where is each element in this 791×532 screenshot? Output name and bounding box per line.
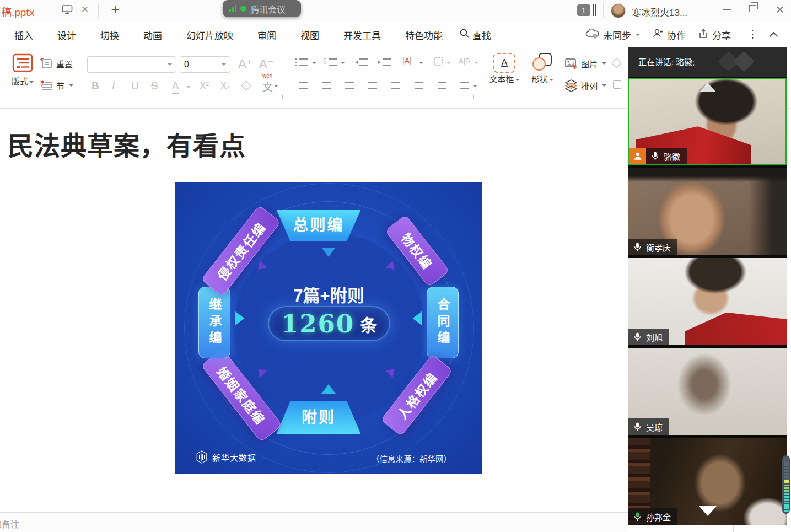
share-button[interactable]: 分享	[698, 28, 731, 42]
underline-button[interactable]: U	[131, 77, 139, 95]
caret-down-icon	[274, 85, 278, 87]
superscript-button[interactable]: X²	[200, 77, 209, 95]
mic-icon	[633, 332, 642, 342]
decrease-indent-icon[interactable]	[359, 58, 368, 66]
group-expand-corner[interactable]	[470, 95, 474, 99]
phonetic-guide-button[interactable]: wén 文	[262, 77, 278, 95]
font-color-button[interactable]: A	[172, 79, 179, 94]
sync-status-button[interactable]: 未同步	[585, 28, 640, 42]
participant-nameplate: 骆徽	[629, 148, 687, 164]
tab-special-features[interactable]: 特色功能	[405, 28, 443, 42]
shapes-label: 形状	[531, 74, 548, 84]
increase-font-button[interactable]: A⁺	[238, 55, 252, 73]
menu-right-cluster: 未同步 协作 分享	[585, 21, 731, 49]
line-spacing-up-icon[interactable]	[415, 82, 423, 89]
tab-insert[interactable]: 插入	[14, 28, 33, 42]
articles-count: 1260	[281, 309, 354, 338]
window-restore-button[interactable]	[749, 5, 756, 12]
mic-icon	[651, 151, 659, 162]
caret-down-icon	[474, 62, 478, 64]
user-name[interactable]: 寒冰烈火13...	[632, 5, 687, 19]
tab-slideshow[interactable]: 幻灯片放映	[186, 28, 233, 42]
char-spacing-icon[interactable]: A|B	[459, 57, 470, 65]
tab-close-icon[interactable]: ×	[79, 2, 91, 17]
bold-button[interactable]: B	[92, 77, 99, 95]
arrange-button[interactable]: 排列	[564, 79, 606, 92]
text-direction-icon[interactable]: |A|	[402, 56, 412, 65]
tencent-meeting-panel[interactable]: 正在讲话: 骆徽; 骆徽 衡孝庆	[628, 47, 787, 524]
font-size-combobox[interactable]: 0	[180, 56, 230, 73]
notes-pane[interactable]: 加备注	[0, 512, 628, 532]
scroll-up-arrow-icon[interactable]	[699, 83, 716, 92]
group-expand-corner[interactable]	[278, 95, 283, 99]
sync-status-label: 未同步	[603, 28, 631, 42]
document-tab-title[interactable]: 稿.pptx	[1, 4, 34, 19]
civil-code-infographic[interactable]: 总则编 物权编 合同编 人格权编 附则 婚姻家庭编 继承编 侵权责任编 7篇+附…	[175, 182, 482, 474]
shapes-button[interactable]: 形状	[528, 53, 557, 84]
align-left-icon[interactable]	[299, 82, 308, 89]
text-border-icon[interactable]	[434, 57, 443, 66]
outline-color-icon[interactable]	[613, 80, 621, 89]
bullet-list-icon[interactable]	[299, 58, 308, 66]
align-center-icon[interactable]	[322, 82, 331, 89]
window-minimize-button[interactable]	[723, 9, 731, 10]
tab-review[interactable]: 审阅	[257, 28, 276, 42]
textbox-icon: A	[493, 53, 515, 73]
clear-format-icon[interactable]	[241, 80, 251, 90]
picture-label: 图片	[581, 58, 598, 69]
font-size-value: 0	[184, 60, 189, 69]
document-count-badge[interactable]: 1	[577, 4, 590, 16]
slide-canvas[interactable]: 民法典草案，有看点 总则编 物权编 合同编 人格权编 附则 婚姻家庭编 继承编 …	[0, 108, 628, 512]
layout-button[interactable]: 版式	[7, 53, 39, 87]
section-button[interactable]: ✱ 节	[40, 79, 73, 92]
new-tab-button[interactable]: +	[108, 1, 122, 18]
subscript-button[interactable]: X₂	[220, 77, 230, 95]
window-close-button[interactable]: ×	[773, 1, 787, 18]
tab-design[interactable]: 设计	[57, 28, 76, 42]
increase-indent-icon[interactable]	[383, 58, 391, 66]
tab-transitions[interactable]: 切换	[100, 28, 119, 42]
more-options-button[interactable]: ⋮	[747, 28, 758, 40]
video-tile-participant-3[interactable]: 刘旭	[628, 258, 787, 345]
articles-unit: 条	[360, 311, 377, 336]
brand-footer: 新华大数据	[196, 450, 256, 464]
slide-bottom-divider	[0, 499, 628, 499]
fill-color-icon[interactable]	[611, 58, 621, 68]
video-tile-participant-4[interactable]: 吴琼	[628, 348, 787, 435]
tab-animation[interactable]: 动画	[143, 28, 162, 42]
caret-down-icon	[312, 62, 316, 64]
decrease-font-button[interactable]: A⁻	[259, 55, 273, 73]
collaborate-button[interactable]: 协作	[652, 28, 686, 42]
picture-icon	[564, 57, 578, 69]
present-monitor-icon[interactable]	[62, 4, 73, 17]
collapse-ribbon-icon[interactable]	[770, 32, 778, 41]
line-spacing-down-icon[interactable]	[438, 82, 446, 89]
video-tile-participant-1[interactable]: 骆徽	[628, 78, 787, 165]
reset-button[interactable]: 重置	[40, 57, 73, 69]
participant-nameplate: 孙邦金	[628, 508, 677, 525]
user-avatar[interactable]	[611, 3, 626, 18]
font-name-combobox[interactable]	[87, 56, 176, 73]
align-right-icon[interactable]	[345, 82, 354, 89]
line-spacing-icon[interactable]	[460, 82, 469, 89]
participant-video-list: 骆徽 衡孝庆 刘旭	[628, 78, 787, 528]
tencent-meeting-pill[interactable]: 腾讯会议	[223, 0, 301, 17]
textbox-label: 文本框	[489, 74, 514, 84]
find-button[interactable]: 查找	[459, 21, 491, 49]
scroll-down-arrow-icon[interactable]	[699, 506, 717, 516]
textbox-button[interactable]: A 文本框	[487, 53, 521, 84]
picture-button[interactable]: 图片	[564, 57, 606, 69]
video-tile-participant-2[interactable]: 衡孝庆	[628, 168, 787, 255]
arrange-icon	[564, 79, 578, 92]
tab-view[interactable]: 视图	[300, 28, 319, 42]
justify-icon[interactable]	[368, 82, 377, 89]
numbered-list-icon[interactable]	[329, 58, 337, 66]
italic-button[interactable]: I	[112, 77, 115, 95]
distribute-icon[interactable]	[391, 82, 400, 89]
slide-title[interactable]: 民法典草案，有看点	[8, 125, 246, 163]
tab-developer[interactable]: 开发工具	[343, 28, 381, 42]
video-tile-participant-5[interactable]: 孙邦金	[628, 438, 787, 525]
arrow-right-icon	[235, 311, 245, 326]
split-view-icon[interactable]	[593, 4, 596, 16]
strikethrough-button[interactable]: S	[151, 77, 158, 95]
